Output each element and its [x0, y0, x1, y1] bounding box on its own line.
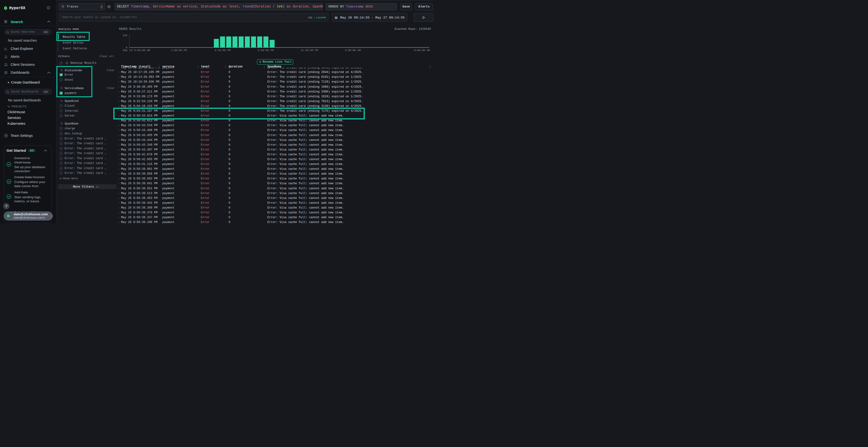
svg-text:4:30:00 PM: 4:30:00 PM	[215, 49, 230, 52]
svg-text:12K: 12K	[123, 34, 127, 37]
svg-text:3:00:00 AM: 3:00:00 AM	[345, 49, 361, 52]
svg-text:May 26 9:00:00 AM: May 26 9:00:00 AM	[123, 49, 150, 52]
svg-text:1:00:00 PM: 1:00:00 PM	[171, 49, 187, 52]
svg-text:9:00:00 AM: 9:00:00 AM	[414, 49, 430, 52]
svg-text:11:30:00 PM: 11:30:00 PM	[301, 49, 318, 52]
svg-text:8:00:00 PM: 8:00:00 PM	[258, 49, 274, 52]
